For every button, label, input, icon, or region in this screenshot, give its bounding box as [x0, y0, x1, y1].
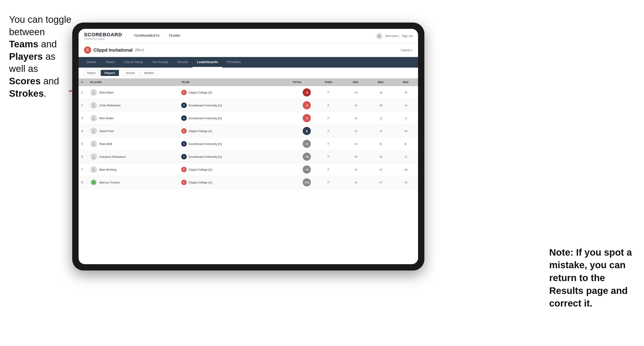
cell-rank: 8 — [78, 176, 88, 189]
tournament-title: C Clippd Invitational (Men) — [84, 46, 144, 54]
tab-tee-groups[interactable]: Tee Groups — [148, 57, 173, 68]
cell-rd3: +6 — [393, 163, 418, 176]
cell-rd1: +1 — [343, 112, 368, 125]
score-badge: -8 — [303, 88, 311, 96]
cell-rd3: -5 — [393, 86, 418, 99]
cell-rd2: -6 — [368, 86, 393, 99]
leaderboard-table: # PLAYER TEAM TOTAL THRU RD1 RD2 RD3 1 — [78, 78, 418, 264]
nav-tournaments[interactable]: TOURNAMENTS — [129, 29, 164, 43]
svg-point-1 — [379, 35, 380, 36]
tab-results[interactable]: Results — [173, 57, 192, 68]
cell-rd1: +5 — [343, 150, 368, 163]
cancel-button[interactable]: Cancel × — [401, 48, 413, 52]
table-row[interactable]: 2 Chris Robertson S Scoreboard Universit… — [78, 99, 418, 112]
cell-team: S Scoreboard University [A] — [178, 138, 281, 150]
col-total: TOTAL — [281, 78, 314, 86]
player-avatar — [90, 115, 97, 122]
team-logo: C — [181, 180, 187, 185]
cell-player: Rees Britt — [88, 138, 178, 150]
nav-teams[interactable]: TEAMS — [164, 29, 185, 43]
top-nav: SCOREBOARD Powered by clippd TOURNAMENTS… — [78, 29, 418, 43]
cell-team: C Clippd College [A] — [178, 86, 281, 99]
table-row[interactable]: 4 David Ford C Clippd College [A] E F +1… — [78, 125, 418, 138]
score-badge: +9 — [303, 166, 311, 173]
logo-area: SCOREBOARD Powered by clippd — [84, 32, 122, 40]
cell-thru: F — [314, 99, 343, 112]
cell-thru: F — [314, 176, 343, 189]
cell-rd3: E — [393, 138, 418, 150]
player-avatar — [90, 128, 97, 134]
cell-total: -2 — [281, 112, 314, 125]
cell-player: Cameron Robertson — [88, 150, 178, 163]
cell-rank: 4 — [78, 125, 88, 138]
cell-rd2: -2 — [368, 112, 393, 125]
col-team: TEAM — [178, 78, 281, 86]
tab-printables[interactable]: Printables — [222, 57, 245, 68]
cell-rd3: +2 — [393, 176, 418, 189]
cell-thru: F — [314, 125, 343, 138]
table-row[interactable]: 7 Blair McHarg C Clippd College [A] +9 F… — [78, 163, 418, 176]
tournament-subtitle: (Men) — [135, 48, 144, 52]
user-label: Test User | — [385, 34, 399, 38]
cell-team: S Scoreboard University [A] — [178, 99, 281, 112]
toggle-row: Teams Players Scores Strokes — [78, 68, 418, 78]
tab-leaderboards[interactable]: Leaderboards — [192, 57, 222, 68]
tab-course-setup[interactable]: Course Setup — [119, 57, 148, 68]
toggle-scores-button[interactable]: Scores — [122, 70, 139, 76]
tournament-header: C Clippd Invitational (Men) Cancel × — [78, 43, 418, 57]
svg-point-4 — [93, 117, 94, 118]
table-row[interactable]: 6 Cameron Robertson S Scoreboard Univers… — [78, 150, 418, 163]
table-row[interactable]: 8 M Marcus Turners C Clippd College [A] … — [78, 176, 418, 189]
player-avatar — [90, 89, 97, 96]
cell-team: S Scoreboard University [A] — [178, 112, 281, 125]
cell-rank: 1 — [78, 86, 88, 99]
team-logo: C — [181, 90, 187, 95]
cell-rd2: +2 — [368, 150, 393, 163]
tab-details[interactable]: Details — [82, 57, 101, 68]
tournament-icon: C — [84, 46, 91, 54]
tournament-name: Clippd Invitational — [94, 48, 132, 53]
sub-nav: Details Teams Course Setup Tee Groups Re… — [78, 57, 418, 68]
svg-point-8 — [93, 168, 94, 170]
svg-text:M: M — [93, 181, 94, 183]
col-thru: THRU — [314, 78, 343, 86]
table-row[interactable]: 5 Rees Britt S Scoreboard University [A]… — [78, 138, 418, 150]
table-row[interactable]: 1 Elliot Ebert C Clippd College [A] -8 F… — [78, 86, 418, 99]
cell-player: Chris Robertson — [88, 99, 178, 112]
tab-teams[interactable]: Teams — [101, 57, 119, 68]
score-badge: -2 — [303, 114, 311, 122]
cell-total: -8 — [281, 86, 314, 99]
cell-total: +1 — [281, 138, 314, 150]
col-player: PLAYER — [88, 78, 178, 86]
cell-total: +6 — [281, 150, 314, 163]
cell-team: S Scoreboard University [A] — [178, 150, 281, 163]
cell-rd3: -1 — [393, 112, 418, 125]
sign-out-link[interactable]: Sign out — [402, 34, 413, 38]
team-logo: S — [181, 141, 187, 147]
cell-player: M Marcus Turners — [88, 176, 178, 189]
cell-team: C Clippd College [A] — [178, 125, 281, 138]
table-row[interactable]: 3 Rich Butler S Scoreboard University [A… — [78, 112, 418, 125]
score-badge: +11 — [303, 178, 311, 186]
team-logo: C — [181, 167, 187, 172]
toggle-strokes-button[interactable]: Strokes — [140, 70, 158, 76]
cell-thru: F — [314, 86, 343, 99]
svg-point-7 — [93, 155, 94, 157]
tablet-screen: SCOREBOARD Powered by clippd TOURNAMENTS… — [78, 29, 418, 264]
table-header-row: # PLAYER TEAM TOTAL THRU RD1 RD2 RD3 — [78, 78, 418, 86]
col-rd1: RD1 — [343, 78, 368, 86]
cell-rd1: +2 — [343, 163, 368, 176]
cell-rank: 2 — [78, 99, 88, 112]
cell-total: +9 — [281, 163, 314, 176]
cell-rd2: +5 — [368, 99, 393, 112]
score-badge: E — [303, 127, 311, 135]
cancel-label: Cancel — [401, 48, 410, 52]
toggle-teams-button[interactable]: Teams — [83, 70, 99, 76]
toggle-players-button[interactable]: Players — [101, 70, 119, 76]
left-annotation: You can toggle between Teams and Players… — [9, 13, 72, 100]
cell-team: C Clippd College [A] — [178, 176, 281, 189]
cell-team: C Clippd College [A] — [178, 163, 281, 176]
cell-rd3: -4 — [393, 99, 418, 112]
team-logo: S — [181, 103, 187, 108]
cell-rank: 5 — [78, 138, 88, 150]
